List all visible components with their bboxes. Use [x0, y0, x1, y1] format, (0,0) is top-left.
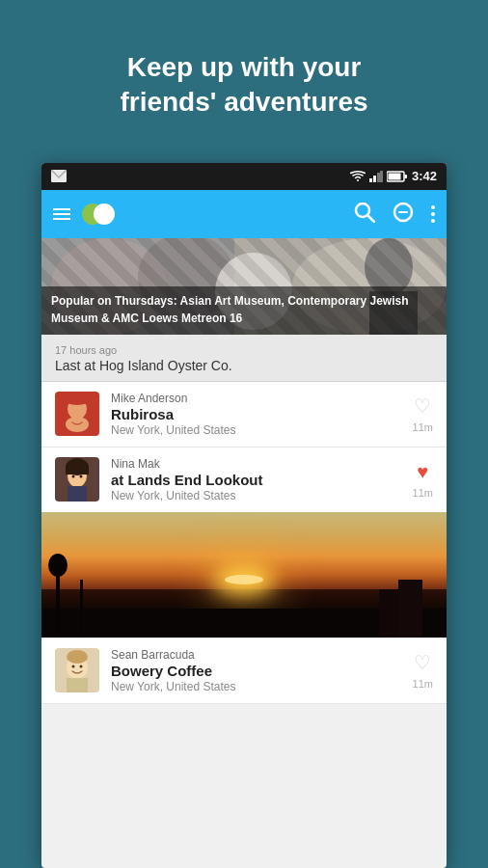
svg-rect-36: [234, 617, 268, 628]
svg-rect-37: [278, 614, 326, 628]
svg-rect-33: [99, 614, 138, 628]
silhouette-overlay: [41, 512, 447, 637]
svg-rect-42: [56, 570, 60, 637]
svg-point-47: [67, 650, 88, 664]
svg-rect-38: [336, 616, 365, 628]
nina-name: Nina Mak: [111, 457, 401, 471]
sean-place: Bowery Coffee: [111, 663, 401, 679]
svg-point-30: [72, 475, 75, 478]
app-toolbar: [41, 190, 447, 238]
svg-rect-29: [68, 486, 87, 502]
svg-point-48: [72, 665, 75, 668]
svg-rect-4: [380, 171, 383, 182]
svg-rect-2: [373, 176, 376, 182]
nina-time: 11m: [413, 487, 433, 499]
svg-rect-1: [369, 178, 372, 182]
nina-info: Nina Mak at Lands End Lookout New York, …: [111, 457, 401, 502]
status-bar-left: [51, 170, 67, 182]
avatar-sean: [55, 648, 99, 692]
toolbar-logo: [53, 202, 342, 227]
svg-line-9: [368, 215, 375, 222]
app-logo: [82, 202, 115, 227]
nina-photo: [41, 512, 447, 638]
signal-icon: [369, 171, 383, 182]
sean-activity-right: ♡ 11m: [413, 651, 433, 690]
mike-location: New York, United States: [111, 423, 401, 437]
gmail-icon: [51, 170, 67, 182]
search-icon: [354, 202, 375, 223]
svg-rect-3: [377, 173, 380, 182]
phone-frame: 3:42: [41, 163, 447, 868]
sean-time: 11m: [413, 678, 433, 690]
svg-rect-32: [61, 616, 90, 628]
activity-item-sean[interactable]: Sean Barracuda Bowery Coffee New York, U…: [41, 638, 447, 704]
status-time: 3:42: [412, 169, 437, 183]
sean-heart-button[interactable]: ♡: [414, 651, 431, 674]
page-header: Keep up with your friends' adventures: [0, 0, 488, 163]
nina-heart-button[interactable]: ♥: [417, 461, 428, 483]
svg-rect-34: [148, 618, 172, 628]
search-button[interactable]: [354, 202, 375, 227]
message-icon: [393, 202, 414, 223]
svg-rect-41: [379, 589, 398, 637]
more-button[interactable]: [431, 203, 435, 225]
mike-info: Mike Anderson Rubirosa New York, United …: [111, 392, 401, 437]
mike-time: 11m: [413, 421, 433, 433]
battery-icon: [387, 171, 408, 182]
svg-rect-35: [181, 615, 225, 628]
sean-info: Sean Barracuda Bowery Coffee New York, U…: [111, 648, 401, 693]
banner-prefix: Popular on Thursdays:: [51, 294, 180, 308]
svg-point-43: [48, 554, 68, 577]
svg-rect-28: [66, 467, 89, 475]
section-title: Last at Hog Island Oyster Co.: [55, 358, 433, 373]
avatar-mike: [55, 392, 99, 436]
svg-point-49: [80, 665, 83, 668]
mike-avatar-img: [55, 392, 99, 436]
status-bar-right: 3:42: [350, 169, 437, 183]
sean-name: Sean Barracuda: [111, 648, 401, 662]
svg-rect-6: [404, 175, 407, 178]
svg-rect-23: [65, 398, 90, 403]
mike-name: Mike Anderson: [111, 392, 401, 405]
sean-avatar-img: [55, 648, 99, 692]
mike-activity-right: ♡ 11m: [413, 394, 433, 433]
svg-point-31: [80, 475, 83, 478]
banner-overlay: Popular on Thursdays: Asian Art Museum, …: [41, 286, 447, 335]
status-bar: 3:42: [41, 163, 447, 190]
banner-caption: Popular on Thursdays: Asian Art Museum, …: [51, 292, 437, 327]
header-title: Keep up with your friends' adventures: [39, 23, 449, 144]
nina-avatar-img: [55, 457, 99, 502]
activity-item-mike[interactable]: Mike Anderson Rubirosa New York, United …: [41, 382, 447, 448]
nina-place: at Lands End Lookout: [111, 472, 401, 488]
avatar-nina: [55, 457, 99, 502]
nina-location: New York, United States: [111, 489, 401, 502]
sean-location: New York, United States: [111, 680, 401, 693]
section-time: 17 hours ago: [55, 344, 433, 356]
nina-activity-right: ♥ 11m: [413, 461, 433, 499]
svg-rect-40: [398, 580, 422, 637]
hamburger-menu[interactable]: [53, 208, 70, 220]
message-button[interactable]: [393, 202, 414, 227]
banner: Popular on Thursdays: Asian Art Museum, …: [41, 238, 447, 335]
wifi-icon: [350, 171, 366, 182]
svg-rect-50: [67, 678, 88, 692]
mike-heart-button[interactable]: ♡: [414, 394, 431, 418]
mike-place: Rubirosa: [111, 406, 401, 422]
svg-rect-7: [388, 173, 400, 179]
svg-rect-44: [80, 580, 83, 637]
toolbar-icons: [354, 202, 435, 227]
sunset-photo: [41, 512, 447, 637]
section-header: 17 hours ago Last at Hog Island Oyster C…: [41, 335, 447, 382]
activity-item-nina[interactable]: Nina Mak at Lands End Lookout New York, …: [41, 448, 447, 512]
